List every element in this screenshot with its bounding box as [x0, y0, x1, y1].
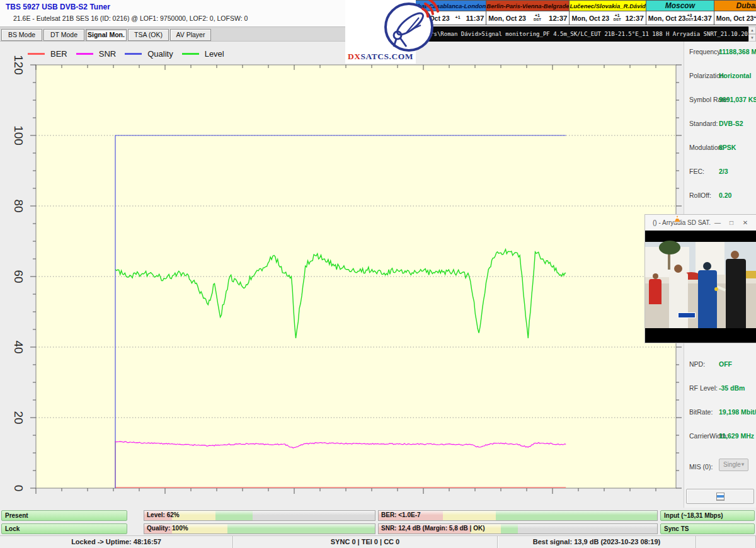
info-value: 11188,368 MHz: [719, 48, 756, 55]
info-value: 19,198 Mbit/s: [719, 408, 756, 416]
tbs-tuner-window: TBS 5927 USB DVB-S2 Tuner 21.6E - Eutels…: [0, 0, 756, 548]
bar-segment: [496, 511, 657, 520]
clock-city-label: Lučenec/Slovakia_R.Dávid: [570, 1, 645, 11]
maximize-button[interactable]: □: [724, 219, 738, 226]
clock-date: Mon, Oct 23: [716, 14, 754, 22]
bar-segment: [443, 511, 496, 520]
video-frame[interactable]: [645, 231, 756, 343]
clock-timezone: +3DST: [685, 14, 693, 21]
bar-segment: [253, 511, 375, 520]
info-label: RF Level:: [689, 384, 718, 392]
legend-label: BER: [50, 49, 67, 59]
y-axis-label: 120: [9, 55, 25, 75]
clock-time-row: Mon, Oct 23+414:37: [714, 11, 756, 25]
status-box-present: Present: [1, 510, 127, 521]
clock-dst-flag: DST: [614, 18, 621, 21]
interviewer-black-shirt: [726, 259, 746, 328]
vlc-cone-icon: [673, 215, 681, 224]
console-command-line[interactable]: :\Users\Roman Dávid>Signal monitoring_PF…: [410, 26, 748, 42]
signal-chart: 120100806040200: [0, 60, 684, 501]
person-red-shirt: [649, 279, 662, 304]
info-value: -35 dBm: [719, 384, 745, 392]
info-label: Standard:: [689, 120, 718, 127]
clock-date: Mon, Oct 23: [571, 14, 609, 22]
info-value: DVB-S2: [719, 120, 743, 127]
person: [674, 265, 682, 273]
clock-lu-enec-slovakia-r-d-vid: Lučenec/Slovakia_R.DávidMon, Oct 23+1DST…: [570, 0, 646, 25]
y-axis-label: 40: [9, 340, 25, 353]
info-row-polarization: Polarization:Horizontal: [684, 72, 756, 82]
legend-line-swatch: [28, 53, 45, 55]
y-axis-label: 20: [9, 411, 25, 424]
clock-time-value: 11:37: [466, 14, 484, 22]
clock-time-row: Mon, Oct 23+1DST12:37: [570, 11, 645, 25]
info-value: 9691,037 KS/s: [719, 96, 756, 103]
clock-city-label: Dubai: [714, 1, 756, 11]
info-row-fec: FEC:2/3: [684, 168, 756, 178]
console-scrollbar[interactable]: ▲ ▼: [748, 26, 756, 42]
clock-timezone: +1DST: [526, 14, 549, 21]
y-axis-label: 60: [9, 270, 25, 283]
chevron-down-icon: ▼: [740, 459, 745, 471]
scroll-up-icon[interactable]: ▲: [748, 26, 756, 34]
tab-dt-mode[interactable]: DT Mode: [43, 29, 84, 41]
panel-button[interactable]: [686, 489, 754, 504]
legend-label: SNR: [99, 49, 116, 59]
bar-segment: [215, 511, 253, 520]
clock-dubai: DubaiMon, Oct 23+414:37: [714, 0, 756, 25]
bar-label: BER: <1.0E-7: [381, 510, 421, 520]
clock-timezone: +1: [450, 16, 466, 20]
clock-dst-flag: DST: [685, 18, 693, 21]
person-white-shirt: [669, 273, 688, 328]
world-clocks: Rabat-Casablanca-LondonMon, Oct 23+111:3…: [410, 0, 755, 25]
info-value: 0.20: [719, 191, 731, 199]
minimize-button[interactable]: —: [711, 219, 724, 226]
bottom-status-bar: Locked -> Uptime: 48:16:57SYNC 0 | TEI 0…: [0, 535, 756, 548]
person-blue-shirt: [698, 270, 717, 328]
tab-tsa-ok-[interactable]: TSA (OK): [128, 29, 169, 41]
y-axis-label: 80: [9, 199, 25, 212]
sync-status: SYNC 0 | TEI 0 | CC 0: [233, 536, 498, 548]
tab-signal-mon-[interactable]: Signal Mon.: [86, 29, 127, 41]
app-title: TBS 5927 USB DVB-S2 Tuner: [6, 3, 110, 11]
legend-label: Quality: [147, 49, 173, 59]
palm-tree: [659, 241, 680, 254]
legend-label: Level: [205, 49, 224, 59]
bar-label: SNR: 12,4 dB (Margin: 5,8 dB | OK): [381, 523, 484, 534]
clock-utc-offset: +4: [753, 16, 756, 20]
tab-bs-mode[interactable]: BS Mode: [1, 29, 42, 41]
vlc-window-title: () - Arryadia SD SAT...: [653, 219, 711, 226]
mis-dropdown[interactable]: Single▼: [719, 459, 748, 471]
clock-moscow: MoscowMon, Oct 23+3DST14:37: [646, 0, 714, 25]
info-row-rflevel: RF Level:-35 dBm: [684, 384, 756, 394]
status-box-sync-ts: Sync TS: [660, 523, 755, 534]
microphone-tip: [714, 287, 718, 291]
status-box-lock: Lock: [1, 523, 127, 534]
clock-utc-offset: +1: [455, 16, 461, 20]
spacer-status: [696, 536, 756, 548]
tab-av-player[interactable]: AV Player: [170, 29, 211, 41]
vlc-titlebar[interactable]: () - Arryadia SD SAT... — □ ✕: [645, 215, 756, 231]
legend-item-ber: BER: [28, 49, 67, 59]
logo-wordmark: DXSATCS.COM: [345, 52, 416, 62]
info-row-carrierwidth: CarrierWidth:11,629 MHz: [684, 432, 756, 442]
stream-list-icon: [716, 493, 724, 501]
y-axis-label: 0: [9, 485, 25, 492]
info-label: BitRate:: [689, 408, 713, 416]
info-label: FEC:: [689, 168, 704, 175]
clock-time-value: 12:37: [625, 14, 643, 22]
info-label: RollOff:: [689, 191, 711, 199]
best-signal-status: Best signal: 13,9 dB (2023-10-23 08:19): [498, 536, 696, 548]
info-label: NPD:: [689, 360, 705, 368]
legend-item-quality: Quality: [125, 49, 173, 59]
scroll-down-icon[interactable]: ▼: [748, 34, 756, 42]
info-value: 8PSK: [719, 144, 736, 151]
satellite-dish-icon: [374, 0, 444, 52]
bar-label: Level: 62%: [147, 510, 180, 520]
close-button[interactable]: ✕: [738, 219, 752, 226]
info-label: Frequency:: [689, 48, 723, 55]
clock-time-row: Mon, Oct 23+3DST14:37: [646, 11, 714, 25]
mis-label: MIS (0):: [689, 463, 713, 471]
satellite-subtitle: 21.6E - Eutelsat 21B SES 16 (ID: 0216) @…: [13, 14, 248, 22]
info-value: OFF: [719, 360, 732, 368]
